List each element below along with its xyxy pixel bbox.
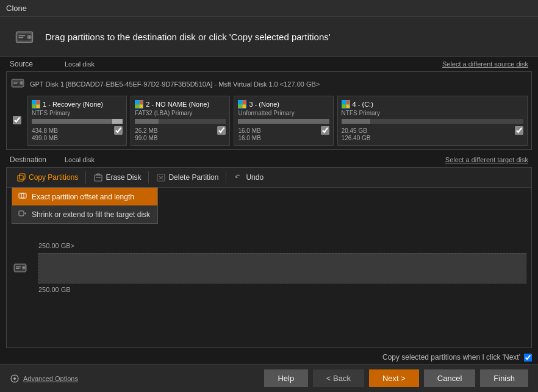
svg-rect-25 [346, 101, 350, 104]
svg-rect-16 [135, 101, 139, 104]
svg-rect-18 [135, 105, 139, 109]
source-disk-header: GPT Disk 1 [8BCDADD7-EBE5-45EF-97D2-9D7F… [30, 80, 320, 88]
svg-rect-14 [32, 105, 36, 109]
dest-select-link[interactable]: Select a different target disk [445, 156, 528, 163]
partition-checkbox-3[interactable] [321, 126, 329, 135]
toolbar-sep-1 [85, 171, 86, 184]
svg-rect-13 [37, 101, 40, 104]
source-master-checkbox-col [10, 113, 24, 129]
back-button[interactable]: < Back [313, 369, 364, 387]
copy-partitions-dropdown: Exact partition offset and length Shrink… [12, 187, 158, 224]
win-icon-1 [32, 100, 40, 109]
source-hdd-icon [10, 76, 25, 92]
partition-card-3: 3 - (None) Unformatted Primary 16.0 MB 1… [234, 96, 333, 146]
dropdown-item-exact[interactable]: Exact partition offset and length [12, 188, 157, 205]
main-content: Drag partitions to the destination disk … [0, 17, 538, 392]
copy-checkbox-row: Copy selected partitions when I click 'N… [6, 353, 532, 362]
erase-disk-button[interactable]: Erase Disk [88, 170, 146, 185]
svg-rect-37 [19, 211, 24, 216]
copy-partitions-label: Copy Partitions [29, 173, 78, 182]
svg-rect-28 [18, 176, 23, 181]
undo-icon [234, 173, 243, 182]
undo-label: Undo [246, 173, 264, 182]
source-panel: GPT Disk 1 [8BCDADD7-EBE5-45EF-97D2-9D7F… [6, 71, 532, 150]
dest-panel: Copy Partitions Erase Disk [6, 167, 532, 348]
partition-title-4: 4 - (C:) [342, 100, 523, 109]
help-button[interactable]: Help [264, 369, 308, 387]
svg-rect-4 [18, 35, 25, 37]
svg-point-45 [13, 377, 16, 380]
svg-point-9 [21, 82, 22, 84]
partition-card-2: 2 - NO NAME (None) FAT32 (LBA) Primary 2… [131, 96, 230, 146]
dest-label: Destination [10, 155, 65, 164]
toolbar: Copy Partitions Erase Disk [7, 168, 531, 188]
source-select-link[interactable]: Select a different source disk [442, 60, 528, 68]
svg-rect-10 [13, 82, 18, 83]
advanced-options-icon [10, 374, 20, 383]
svg-rect-11 [13, 84, 17, 85]
svg-rect-27 [346, 105, 350, 109]
next-button[interactable]: Next > [369, 369, 419, 387]
dest-bar [38, 253, 526, 283]
svg-point-3 [29, 37, 30, 38]
advanced-options-label: Advanced Options [23, 375, 78, 382]
partition-card-4: 4 - (C:) NTFS Primary 20.45 GB 126.40 GB [337, 96, 528, 146]
toolbar-sep-2 [148, 171, 149, 184]
source-label: Source [10, 60, 65, 68]
instruction-bar: Drag partitions to the destination disk … [0, 17, 538, 57]
win-icon-4 [342, 100, 350, 109]
copy-partitions-button[interactable]: Copy Partitions [12, 170, 83, 185]
erase-disk-label: Erase Disk [106, 173, 141, 182]
copy-checkbox-label: Copy selected partitions when I click 'N… [382, 353, 520, 362]
svg-rect-19 [140, 105, 143, 109]
dest-sub-label: Local disk [65, 156, 95, 163]
partition-checkbox-4[interactable] [515, 126, 523, 135]
win-icon-2 [135, 100, 143, 109]
source-master-checkbox[interactable] [13, 116, 21, 124]
finish-button[interactable]: Finish [480, 369, 528, 387]
shrink-icon [18, 209, 27, 219]
partition-checkbox-1[interactable] [114, 126, 123, 135]
erase-disk-icon [93, 173, 103, 182]
svg-rect-15 [37, 105, 40, 109]
partition-title-1: 1 - Recovery (None) [32, 100, 123, 109]
svg-rect-23 [243, 105, 246, 109]
partition-bar-1 [32, 119, 123, 124]
svg-rect-17 [140, 101, 143, 104]
partition-bar-2 [135, 119, 226, 124]
svg-rect-21 [243, 101, 246, 104]
bottom-bar: Advanced Options Help < Back Next > Canc… [0, 364, 538, 392]
win-icon-3 [238, 100, 246, 109]
svg-rect-43 [16, 268, 20, 269]
source-sub-label: Local disk [65, 60, 95, 68]
dropdown-item-shrink[interactable]: Shrink or extend to fill the target disk [12, 205, 157, 223]
partition-title-2: 2 - NO NAME (None) [135, 100, 226, 109]
partition-bar-4 [342, 119, 523, 124]
delete-partition-label: Delete Partition [168, 173, 218, 182]
exact-partition-icon [18, 191, 27, 202]
title-bar: Clone [0, 0, 538, 17]
dest-disk-header: 250.00 GB> [38, 242, 526, 249]
partition-bar-3 [238, 119, 329, 124]
dest-section-row: Destination Local disk Select a differen… [0, 152, 538, 167]
svg-rect-24 [342, 101, 346, 104]
copy-checkbox[interactable] [524, 354, 532, 362]
instruction-text: Drag partitions to the destination disk … [45, 32, 331, 42]
advanced-options[interactable]: Advanced Options [10, 374, 78, 383]
svg-rect-42 [16, 266, 21, 268]
title-bar-text: Clone [6, 4, 27, 13]
svg-rect-29 [20, 174, 25, 179]
delete-partition-icon [156, 173, 166, 182]
partition-checkbox-2[interactable] [217, 126, 226, 135]
undo-button[interactable]: Undo [229, 170, 268, 185]
partition-title-3: 3 - (None) [238, 100, 329, 109]
copy-partitions-icon [16, 173, 26, 182]
source-section-row: Source Local disk Select a different sou… [0, 57, 538, 71]
svg-rect-26 [342, 105, 346, 109]
delete-partition-button[interactable]: Delete Partition [151, 170, 223, 185]
dest-empty-space [38, 253, 526, 283]
cancel-button[interactable]: Cancel [424, 369, 475, 387]
svg-rect-22 [239, 105, 242, 109]
hdd-icon-large [12, 24, 37, 49]
svg-rect-5 [18, 37, 23, 38]
